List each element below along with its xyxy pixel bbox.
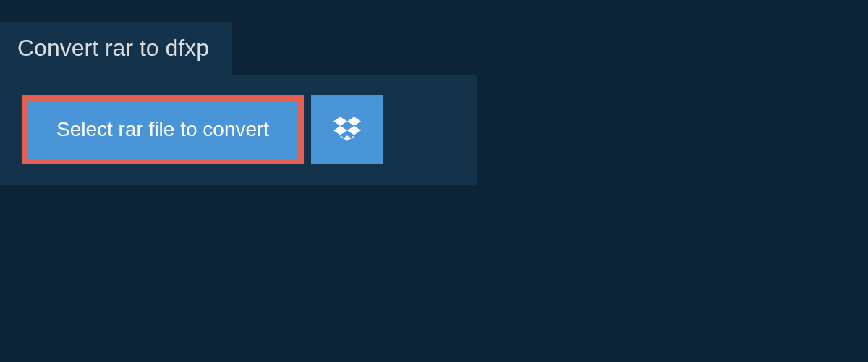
select-file-button[interactable]: Select rar file to convert — [22, 95, 304, 164]
dropbox-icon — [333, 114, 361, 145]
upload-panel: Select rar file to convert — [0, 75, 477, 185]
tab-header: Convert rar to dfxp — [0, 22, 232, 75]
dropbox-button[interactable] — [311, 95, 383, 164]
page-title: Convert rar to dfxp — [17, 35, 209, 62]
button-row: Select rar file to convert — [22, 95, 456, 164]
select-file-label: Select rar file to convert — [56, 118, 269, 141]
